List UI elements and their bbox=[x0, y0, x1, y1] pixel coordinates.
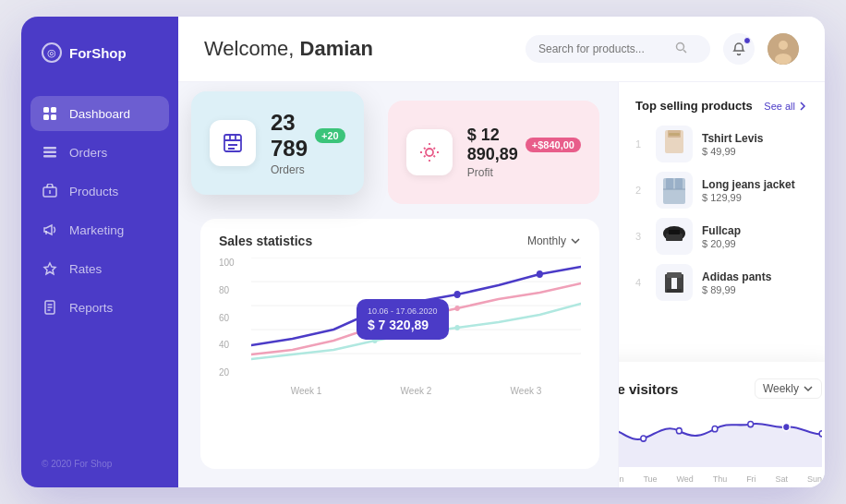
product-image-4 bbox=[656, 264, 693, 301]
svg-point-51 bbox=[676, 428, 682, 434]
profit-badge: +$840,00 bbox=[526, 138, 581, 152]
notification-bell[interactable] bbox=[723, 33, 755, 65]
svg-point-28 bbox=[371, 307, 378, 315]
star-icon bbox=[42, 260, 58, 277]
sidebar-footer: © 2020 For Shop bbox=[21, 459, 178, 469]
header-right bbox=[526, 33, 799, 65]
orders-number: 23 789 +20 bbox=[271, 110, 345, 162]
svg-point-14 bbox=[677, 43, 684, 51]
sidebar-item-label: Dashboard bbox=[69, 107, 130, 121]
sidebar-item-rates[interactable]: Rates bbox=[21, 251, 178, 286]
product-item-1: 1 Tshirt Levis $ 49,99 bbox=[635, 126, 808, 162]
svg-point-52 bbox=[712, 426, 718, 432]
sidebar-logo: ◎ ForShop bbox=[21, 42, 178, 63]
svg-point-54 bbox=[782, 423, 790, 430]
logo-icon: ◎ bbox=[42, 42, 62, 63]
avatar[interactable] bbox=[767, 33, 799, 65]
sidebar-item-reports[interactable]: Reports bbox=[21, 290, 178, 325]
svg-rect-6 bbox=[43, 155, 56, 158]
search-bar[interactable] bbox=[526, 35, 710, 63]
visitors-header: Unique visitors Weekly bbox=[618, 378, 822, 399]
grid-icon bbox=[42, 105, 58, 122]
product-item-4: 4 Adidas pants bbox=[635, 264, 808, 301]
profit-info: $ 12 890,89 +$840,00 Profit bbox=[467, 126, 581, 179]
product-info-1: Tshirt Levis $ 49,99 bbox=[702, 132, 808, 157]
orders-info: 23 789 +20 Orders bbox=[271, 110, 345, 176]
chart-filter[interactable]: Monthly bbox=[527, 234, 581, 247]
sidebar-item-label: Rates bbox=[69, 262, 102, 276]
notification-dot bbox=[743, 37, 751, 44]
svg-point-22 bbox=[426, 149, 433, 156]
product-list: 1 Tshirt Levis $ 49,99 bbox=[635, 126, 808, 301]
product-rank: 1 bbox=[635, 138, 647, 150]
chart-yaxis: 100 80 60 40 20 bbox=[219, 258, 247, 378]
profit-icon-box bbox=[406, 129, 453, 175]
header-username: Damian bbox=[300, 37, 373, 60]
svg-rect-40 bbox=[675, 178, 683, 189]
product-rank: 3 bbox=[635, 231, 647, 242]
svg-rect-43 bbox=[666, 234, 683, 241]
svg-rect-39 bbox=[666, 178, 673, 189]
box-icon bbox=[42, 183, 58, 199]
sidebar-item-dashboard[interactable]: Dashboard bbox=[30, 96, 169, 131]
visitors-chart: 50K 25K bbox=[618, 410, 822, 484]
sidebar-item-label: Products bbox=[69, 185, 118, 198]
see-all-link[interactable]: See all bbox=[764, 101, 808, 112]
svg-rect-1 bbox=[51, 107, 56, 113]
svg-point-55 bbox=[819, 431, 822, 437]
svg-rect-47 bbox=[667, 272, 682, 278]
chart-svg bbox=[251, 258, 581, 378]
svg-rect-3 bbox=[51, 114, 56, 120]
megaphone-icon bbox=[42, 222, 58, 238]
product-info-3: Fullcap $ 20,99 bbox=[702, 224, 808, 249]
svg-rect-48 bbox=[667, 289, 682, 293]
visitors-xaxis: Mon Tue Wed Thu Fri Sat Sun bbox=[618, 474, 822, 484]
search-icon bbox=[675, 42, 687, 56]
content-wrapper: 23 789 +20 Orders bbox=[178, 82, 825, 487]
sidebar-item-label: Orders bbox=[69, 146, 107, 160]
chart-header: Sales statistics Monthly bbox=[219, 234, 581, 248]
sidebar-item-orders[interactable]: Orders bbox=[21, 135, 178, 170]
svg-rect-2 bbox=[43, 114, 49, 120]
sidebar-nav: Dashboard Orders bbox=[21, 96, 178, 459]
list-icon bbox=[42, 144, 58, 161]
chart-area: 100 80 60 40 20 bbox=[219, 258, 581, 396]
svg-point-30 bbox=[537, 270, 543, 278]
orders-badge: +20 bbox=[315, 128, 345, 143]
main-content: Welcome, Damian bbox=[178, 17, 825, 487]
search-input[interactable] bbox=[538, 42, 668, 55]
svg-point-32 bbox=[454, 306, 459, 311]
visitors-filter[interactable]: Weekly bbox=[755, 378, 822, 399]
visitors-card: Unique visitors Weekly 50K 2 bbox=[618, 362, 825, 487]
svg-point-34 bbox=[454, 325, 459, 330]
header: Welcome, Damian bbox=[178, 17, 825, 82]
sidebar-item-label: Marketing bbox=[69, 223, 124, 237]
header-title: Welcome, Damian bbox=[204, 37, 373, 61]
svg-point-17 bbox=[779, 41, 788, 50]
product-info-4: Adidas pants $ 89,99 bbox=[702, 270, 808, 295]
chart-title: Sales statistics bbox=[219, 234, 312, 248]
svg-point-50 bbox=[641, 436, 647, 441]
product-image-3 bbox=[656, 218, 693, 255]
sidebar-item-products[interactable]: Products bbox=[21, 174, 178, 209]
svg-point-31 bbox=[372, 324, 377, 330]
sales-chart-section: Sales statistics Monthly 100 80 60 bbox=[200, 219, 599, 469]
sidebar-item-marketing[interactable]: Marketing bbox=[21, 212, 178, 247]
top-products-title: Top selling products bbox=[635, 99, 753, 113]
svg-point-53 bbox=[748, 421, 754, 426]
svg-marker-9 bbox=[44, 263, 55, 274]
file-icon bbox=[42, 299, 58, 316]
product-image-1 bbox=[656, 126, 693, 162]
svg-rect-44 bbox=[669, 230, 680, 234]
profit-label: Profit bbox=[467, 166, 581, 179]
profit-card: $ 12 890,89 +$840,00 Profit bbox=[388, 101, 599, 204]
right-panel: Top selling products See all 1 bbox=[618, 82, 825, 487]
svg-line-15 bbox=[683, 50, 686, 53]
orders-card: 23 789 +20 Orders bbox=[191, 91, 364, 195]
product-image-2 bbox=[656, 172, 693, 209]
product-rank: 4 bbox=[635, 277, 647, 288]
visitors-title: Unique visitors bbox=[618, 381, 678, 397]
product-item-2: 2 Long jeans jacket bbox=[635, 172, 808, 209]
sidebar: ◎ ForShop Dashboard bbox=[21, 17, 178, 487]
product-item-3: 3 Fullcap $ 20,99 bbox=[635, 218, 808, 255]
